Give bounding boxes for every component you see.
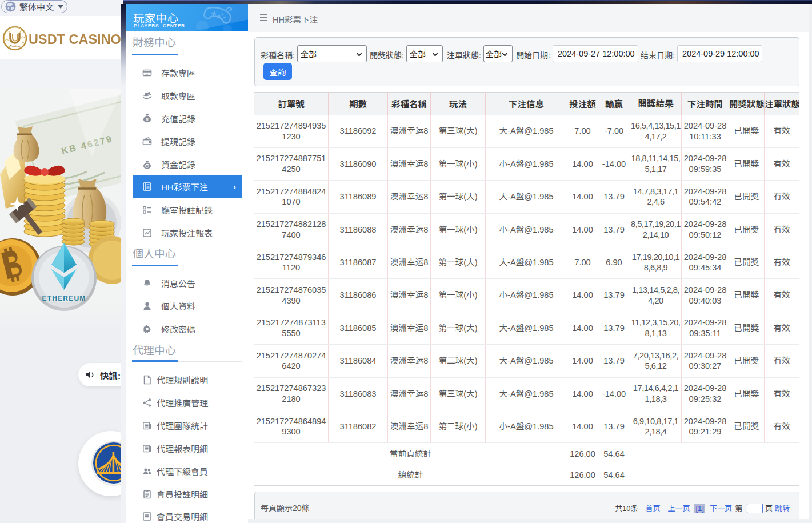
- svg-text:Casino: Casino: [10, 45, 21, 48]
- svg-text:¥: ¥: [146, 117, 149, 122]
